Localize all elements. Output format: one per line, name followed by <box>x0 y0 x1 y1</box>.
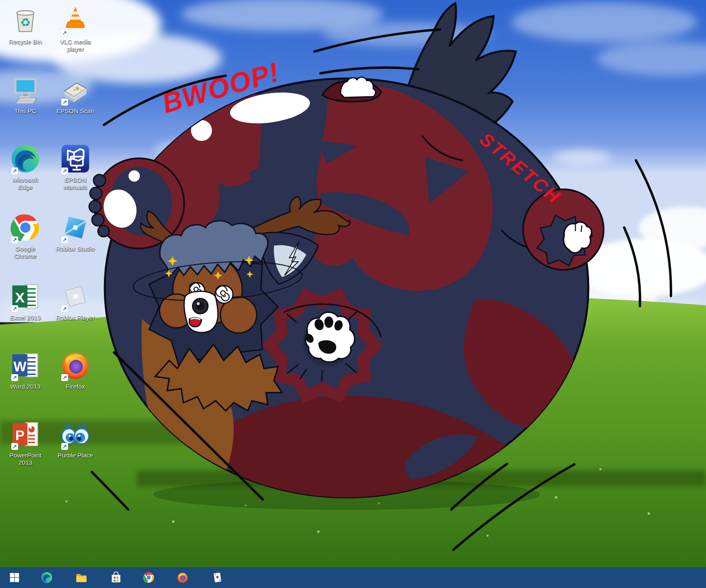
desktop-icon-powerpoint-2013[interactable]: P↗PowerPoint 2013 <box>2 418 49 467</box>
desktop-icon-google-chrome[interactable]: ↗Google Chrome <box>2 211 49 260</box>
taskbar <box>0 567 706 588</box>
desktop-icon-roblox-player[interactable]: ↗Roblox Player <box>52 280 99 321</box>
vlc-media-player-icon: ↗ <box>59 4 92 37</box>
taskbar-store-icon[interactable] <box>107 569 125 586</box>
shortcut-arrow-icon: ↗ <box>61 236 68 243</box>
start-button[interactable] <box>6 569 23 586</box>
shortcut-arrow-icon: ↗ <box>61 374 68 381</box>
purble-place-icon: ↗ <box>59 418 92 451</box>
taskbar-file-explorer-icon[interactable] <box>73 569 90 586</box>
bliss-wallpaper <box>0 0 706 588</box>
svg-text:P: P <box>15 428 25 443</box>
desktop-icon-this-pc[interactable]: This PC <box>2 73 49 115</box>
desktop-icon-label: Purble Place <box>55 452 96 459</box>
shortcut-arrow-icon: ↗ <box>11 305 18 312</box>
desktop-icon-label: Excel 2013 <box>5 314 46 321</box>
powerpoint-2013-icon: P↗ <box>9 418 42 451</box>
desktop-icon-label: This PC <box>5 108 46 115</box>
desktop-icon-label: EPSON Manuals <box>55 176 96 191</box>
desktop-icon-epson-scan[interactable]: ↗EPSON Scan <box>52 73 99 115</box>
word-2013-icon: W↗ <box>9 349 42 382</box>
desktop-icon-label: Google Chrome <box>5 245 46 260</box>
shortcut-arrow-icon: ↗ <box>61 168 68 174</box>
desktop-icon-purble-place[interactable]: ↗Purble Place <box>52 418 99 459</box>
recycle-bin-icon: ♻ <box>9 4 42 37</box>
desktop-icon-label: VLC media player <box>55 38 96 53</box>
google-chrome-icon: ↗ <box>9 211 42 244</box>
taskbar-firefox-icon[interactable] <box>174 569 191 586</box>
roblox-player-icon: ↗ <box>59 280 92 313</box>
desktop-icon-firefox[interactable]: ↗Firefox <box>52 349 99 390</box>
desktop-icon-excel-2013[interactable]: X↗Excel 2013 <box>2 280 49 321</box>
microsoft-edge-icon: ↗ <box>9 142 42 175</box>
svg-text:W: W <box>13 359 27 374</box>
shortcut-arrow-icon: ↗ <box>11 236 18 243</box>
taskbar-solitaire-icon[interactable] <box>208 569 226 586</box>
desktop-screen: ♻Recycle Bin↗VLC media playerThis PC↗EPS… <box>0 0 706 588</box>
desktop-icon-label: Roblox Studio <box>55 245 96 253</box>
epson-scan-icon: ↗ <box>59 73 92 106</box>
svg-text:X: X <box>15 290 25 306</box>
shortcut-arrow-icon: ↗ <box>61 443 68 450</box>
desktop-icon-epson-manuals[interactable]: ↗EPSON Manuals <box>52 142 99 191</box>
shortcut-arrow-icon: ↗ <box>61 99 68 106</box>
epson-manuals-icon: ↗ <box>59 142 92 175</box>
excel-2013-icon: X↗ <box>9 280 42 313</box>
desktop-icon-vlc-media-player[interactable]: ↗VLC media player <box>52 4 99 53</box>
desktop-icon-label: EPSON Scan <box>55 108 96 115</box>
shortcut-arrow-icon: ↗ <box>11 168 18 174</box>
shortcut-arrow-icon: ↗ <box>61 305 68 312</box>
desktop-icon-label: Roblox Player <box>55 314 96 321</box>
shortcut-arrow-icon: ↗ <box>11 374 18 381</box>
desktop-icon-label: Recycle Bin <box>5 38 46 46</box>
shortcut-arrow-icon: ↗ <box>61 29 68 36</box>
shortcut-arrow-icon: ↗ <box>11 443 18 450</box>
desktop-icon-microsoft-edge[interactable]: ↗Microsoft Edge <box>2 142 49 191</box>
roblox-studio-icon: ↗ <box>59 211 92 244</box>
svg-text:♻: ♻ <box>20 16 31 29</box>
desktop-icon-label: Word 2013 <box>5 383 46 390</box>
desktop-icon-roblox-studio[interactable]: ↗Roblox Studio <box>52 211 99 253</box>
taskbar-chrome-icon[interactable] <box>140 569 158 586</box>
desktop-icon-word-2013[interactable]: W↗Word 2013 <box>2 349 49 390</box>
this-pc-icon <box>9 73 42 106</box>
firefox-icon: ↗ <box>59 349 92 382</box>
taskbar-edge-icon[interactable] <box>38 569 56 586</box>
desktop-icon-label: PowerPoint 2013 <box>5 452 46 467</box>
desktop-icon-recycle-bin[interactable]: ♻Recycle Bin <box>2 4 49 46</box>
desktop-icon-label: Firefox <box>55 383 96 390</box>
desktop-icon-label: Microsoft Edge <box>5 176 46 191</box>
